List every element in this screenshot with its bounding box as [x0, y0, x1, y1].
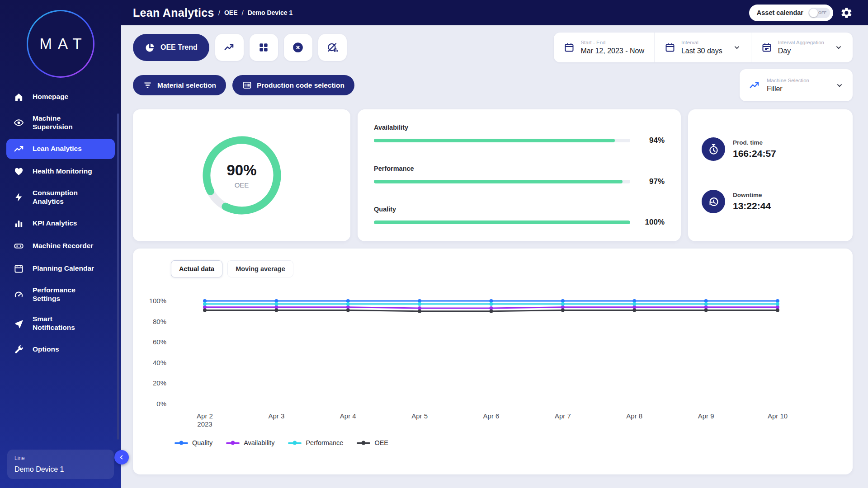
- svg-text:40%: 40%: [153, 359, 166, 366]
- sidebar-item-machine-recorder[interactable]: Machine Recorder: [6, 236, 115, 256]
- content: OEE Trend: [121, 25, 868, 474]
- toggle-switch[interactable]: OFF: [808, 8, 830, 18]
- date-range-picker[interactable]: Start - End Mar 12, 2023 - Now: [554, 33, 654, 62]
- chevron-down-icon: [835, 81, 844, 89]
- line-chart-icon: [223, 42, 235, 53]
- svg-text:100%: 100%: [149, 297, 166, 305]
- prod-time-stat: Prod. time 166:24:57: [702, 137, 839, 161]
- sidebar-item-smart-notifications[interactable]: Smart Notifications: [6, 310, 115, 337]
- sidebar: MAT HomepageMachine SupervisionLean Anal…: [0, 0, 121, 488]
- sidebar-item-label: Consumption Analytics: [33, 189, 96, 206]
- sidebar-item-performance-settings[interactable]: Performance Settings: [6, 281, 115, 308]
- chevron-down-icon: [733, 43, 741, 52]
- legend-item-performance[interactable]: Performance: [288, 439, 343, 446]
- app-root: MAT HomepageMachine SupervisionLean Anal…: [0, 0, 868, 488]
- svg-text:Apr 9: Apr 9: [698, 412, 714, 420]
- metric-progress-fill: [374, 221, 630, 224]
- heart-icon: [14, 166, 25, 177]
- aggregation-picker[interactable]: Interval Aggregation Day: [751, 33, 853, 62]
- breadcrumb-device[interactable]: Demo Device 1: [248, 9, 293, 16]
- speedometer-icon: [14, 289, 25, 300]
- stats-row: 90% OEE Availability94%Performance97%Qua…: [133, 109, 853, 241]
- legend-label: Performance: [306, 439, 343, 446]
- eye-icon: [14, 117, 25, 128]
- downtime-stat: Downtime 13:22:44: [702, 190, 839, 213]
- metric-progress-track: [374, 221, 630, 224]
- metric-performance: Performance97%: [374, 165, 665, 186]
- asset-calendar-toggle[interactable]: Asset calendar OFF: [749, 5, 833, 21]
- line-selector[interactable]: Line Demo Device 1: [7, 450, 114, 479]
- aggregation-value: Day: [778, 47, 824, 55]
- date-range-value: Mar 12, 2023 - Now: [580, 47, 644, 55]
- settings-gear-button[interactable]: [840, 7, 853, 19]
- legend-label: Quality: [192, 439, 212, 446]
- svg-text:Apr 2: Apr 2: [197, 412, 213, 420]
- legend-item-quality[interactable]: Quality: [175, 439, 212, 446]
- grid-view-button[interactable]: [250, 34, 278, 61]
- metric-availability: Availability94%: [374, 124, 665, 145]
- logo-text: MAT: [33, 35, 87, 52]
- sidebar-item-lean-analytics[interactable]: Lean Analytics: [6, 139, 115, 159]
- logo: MAT: [27, 10, 94, 78]
- home-icon: [14, 92, 25, 102]
- gauge-text: 90% OEE: [226, 162, 256, 189]
- downtime-label: Downtime: [733, 192, 771, 198]
- line-value: Demo Device 1: [14, 465, 107, 474]
- legend-swatch: [226, 442, 240, 444]
- grid-icon: [258, 42, 269, 53]
- material-selection-label: Material selection: [157, 81, 216, 89]
- sidebar-nav: HomepageMachine SupervisionLean Analytic…: [0, 87, 121, 360]
- metric-label: Availability: [374, 124, 665, 131]
- sidebar-item-label: Options: [33, 345, 59, 354]
- metric-value: 100%: [638, 218, 665, 227]
- legend-label: OEE: [374, 439, 388, 446]
- svg-text:Apr 7: Apr 7: [555, 412, 571, 420]
- metrics-card: Availability94%Performance97%Quality100%: [358, 109, 681, 241]
- sidebar-item-planning-calendar[interactable]: Planning Calendar: [6, 258, 115, 279]
- interval-picker[interactable]: Interval Last 30 days: [654, 33, 751, 62]
- breadcrumb-oee[interactable]: OEE: [224, 9, 238, 16]
- sidebar-scrollbar[interactable]: [117, 113, 119, 440]
- svg-text:80%: 80%: [153, 318, 166, 325]
- sidebar-collapse-button[interactable]: [114, 450, 129, 465]
- sidebar-item-kpi-analytics[interactable]: KPI Analytics: [6, 213, 115, 234]
- tab-actual-data[interactable]: Actual data: [171, 260, 222, 277]
- legend-swatch: [288, 442, 302, 444]
- calendar-note-icon: [761, 42, 772, 53]
- material-selection-button[interactable]: Material selection: [133, 75, 226, 95]
- time-stats-card: Prod. time 166:24:57 Downtime 13:22:44: [688, 109, 853, 241]
- legend-item-availability[interactable]: Availability: [226, 439, 274, 446]
- clear-button[interactable]: [284, 34, 312, 61]
- oee-trend-button[interactable]: OEE Trend: [133, 34, 209, 61]
- pie-chart-icon: [145, 42, 155, 53]
- legend-swatch: [357, 442, 370, 444]
- aggregation-label: Interval Aggregation: [778, 40, 824, 45]
- legend-item-oee[interactable]: OEE: [357, 439, 388, 446]
- date-range-label: Start - End: [580, 40, 644, 45]
- gauge-slash-icon: [326, 42, 338, 53]
- wrench-icon: [14, 344, 25, 355]
- logo-circle: MAT: [28, 11, 93, 76]
- no-data-view-button[interactable]: [318, 34, 347, 61]
- sidebar-item-homepage[interactable]: Homepage: [6, 87, 115, 107]
- metric-label: Performance: [374, 165, 665, 172]
- trend-view-button[interactable]: [215, 34, 244, 61]
- machine-selection-dropdown[interactable]: Machine Selection Filler: [740, 69, 853, 101]
- trend-chart-card: Actual dataMoving average 0%20%40%60%80%…: [133, 249, 853, 474]
- sidebar-item-options[interactable]: Options: [6, 339, 115, 360]
- production-code-selection-button[interactable]: Production code selection: [232, 75, 354, 95]
- svg-text:Apr 6: Apr 6: [483, 412, 500, 420]
- chevron-down-icon: [835, 43, 843, 52]
- history-clock-icon: [702, 190, 725, 213]
- metric-progress-fill: [374, 180, 623, 183]
- svg-text:0%: 0%: [156, 400, 166, 408]
- tab-moving-average[interactable]: Moving average: [227, 260, 293, 277]
- sidebar-item-health-monitoring[interactable]: Health Monitoring: [6, 161, 115, 182]
- breadcrumb-separator: /: [218, 9, 220, 17]
- sidebar-item-machine-supervision[interactable]: Machine Supervision: [6, 109, 115, 136]
- main-area: Lean Analytics / OEE / Demo Device 1 Ass…: [121, 0, 868, 488]
- production-code-selection-label: Production code selection: [257, 81, 344, 89]
- downtime-value: 13:22:44: [733, 201, 771, 211]
- sidebar-item-consumption-analytics[interactable]: Consumption Analytics: [6, 184, 115, 211]
- metric-value: 97%: [638, 177, 665, 186]
